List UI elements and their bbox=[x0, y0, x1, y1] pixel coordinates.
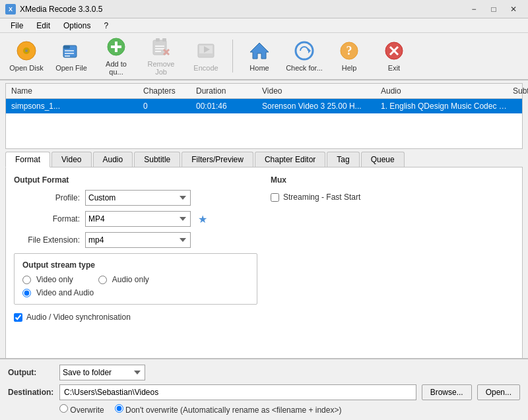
add-queue-button[interactable]: Add to qu... bbox=[95, 36, 137, 76]
encode-button[interactable]: Encode bbox=[185, 36, 227, 76]
no-overwrite-radio[interactable] bbox=[115, 404, 123, 413]
open-file-label: Open File bbox=[55, 64, 87, 72]
tab-tag[interactable]: Tag bbox=[327, 152, 359, 167]
remove-job-icon bbox=[150, 36, 172, 57]
open-file-button[interactable]: Open File bbox=[50, 36, 92, 76]
file-ext-row: File Extension: mp4 bbox=[14, 232, 257, 248]
check-for-label: Check for... bbox=[286, 64, 323, 72]
svg-marker-22 bbox=[250, 43, 269, 59]
svg-text:?: ? bbox=[346, 44, 352, 57]
av-sync-row: Audio / Video synchronisation bbox=[14, 313, 257, 322]
menu-options[interactable]: Options bbox=[58, 20, 96, 32]
tab-subtitle[interactable]: Subtitle bbox=[134, 152, 180, 167]
home-label: Home bbox=[249, 64, 269, 72]
video-only-radio[interactable] bbox=[22, 276, 31, 284]
tabs-row: Format Video Audio Subtitle Filters/Prev… bbox=[5, 152, 523, 167]
remove-job-label: Remove Job bbox=[143, 60, 180, 76]
open-disk-button[interactable]: Open Disk bbox=[5, 36, 48, 76]
video-audio-radio[interactable] bbox=[22, 289, 31, 297]
help-label: Help bbox=[342, 64, 357, 72]
svg-rect-14 bbox=[155, 45, 164, 47]
encode-icon bbox=[195, 40, 216, 61]
svg-rect-7 bbox=[65, 55, 70, 57]
file-ext-select[interactable]: mp4 bbox=[85, 232, 191, 248]
menu-help[interactable]: ? bbox=[98, 20, 114, 32]
file-list-container: Name Chapters Duration Video Audio Subti… bbox=[5, 83, 523, 149]
col-header-subtitle: Subtitle bbox=[510, 86, 528, 96]
profile-select[interactable]: Custom bbox=[85, 190, 191, 206]
tab-filters-preview[interactable]: Filters/Preview bbox=[182, 152, 253, 167]
destination-input[interactable] bbox=[59, 384, 416, 400]
tab-chapter-editor[interactable]: Chapter Editor bbox=[255, 152, 325, 167]
av-sync-label: Audio / Video synchronisation bbox=[26, 313, 131, 322]
tab-audio[interactable]: Audio bbox=[93, 152, 133, 167]
tab-format[interactable]: Format bbox=[5, 152, 50, 167]
video-only-label: Video only bbox=[36, 275, 73, 284]
minimize-button[interactable]: − bbox=[465, 3, 483, 16]
col-header-name: Name bbox=[9, 86, 141, 96]
toolbar: Open Disk Open File Add to qu... bbox=[0, 33, 528, 80]
check-for-button[interactable]: Check for... bbox=[283, 36, 325, 76]
encode-label: Encode bbox=[193, 64, 218, 72]
home-icon bbox=[249, 40, 270, 61]
overwrite-radio[interactable] bbox=[59, 404, 68, 413]
tabs-container: Format Video Audio Subtitle Filters/Prev… bbox=[5, 152, 523, 378]
help-button[interactable]: ? Help bbox=[328, 36, 370, 76]
col-header-chapters: Chapters bbox=[141, 86, 193, 96]
audio-only-radio[interactable] bbox=[98, 276, 107, 284]
output-row: Output: Save to folder bbox=[8, 365, 520, 380]
output-format-title: Output Format bbox=[14, 175, 257, 185]
table-row[interactable]: simpsons_1... 0 00:01:46 Sorenson Video … bbox=[6, 99, 522, 113]
video-audio-label: Video and Audio bbox=[36, 288, 94, 297]
file-ext-label: File Extension: bbox=[14, 235, 80, 245]
close-button[interactable]: ✕ bbox=[504, 3, 523, 16]
star-button[interactable]: ★ bbox=[196, 212, 209, 225]
open-file-icon bbox=[61, 40, 82, 61]
stream-type-box: Output stream type Video only Audio only… bbox=[14, 253, 257, 305]
no-overwrite-option: Don't overwrite (Automatically rename as… bbox=[115, 404, 342, 415]
add-queue-label: Add to qu... bbox=[98, 60, 135, 76]
tab-queue[interactable]: Queue bbox=[361, 152, 405, 167]
overwrite-row: Overwrite Don't overwrite (Automatically… bbox=[8, 404, 520, 415]
format-row: Format: MP4 ★ bbox=[14, 211, 257, 227]
exit-button[interactable]: Exit bbox=[373, 36, 415, 76]
col-header-duration: Duration bbox=[193, 86, 259, 96]
exit-icon bbox=[383, 40, 405, 61]
mux-title: Mux bbox=[271, 175, 514, 185]
svg-rect-12 bbox=[156, 38, 160, 42]
tab-video[interactable]: Video bbox=[51, 152, 91, 167]
output-select[interactable]: Save to folder bbox=[59, 365, 145, 380]
tab-content: Output Format Profile: Custom Format: MP… bbox=[5, 167, 523, 378]
av-sync-checkbox[interactable] bbox=[14, 313, 22, 322]
svg-rect-15 bbox=[155, 48, 164, 49]
profile-row: Profile: Custom bbox=[14, 190, 257, 206]
format-label: Format: bbox=[14, 214, 80, 224]
streaming-label: Streaming - Fast Start bbox=[283, 193, 360, 202]
no-overwrite-label: Don't overwrite (Automatically rename as… bbox=[125, 405, 341, 415]
cell-chapters: 0 bbox=[141, 101, 193, 111]
cell-subtitle bbox=[510, 101, 528, 111]
cell-duration: 00:01:46 bbox=[193, 101, 259, 111]
open-button[interactable]: Open... bbox=[477, 384, 520, 400]
maximize-button[interactable]: □ bbox=[484, 3, 503, 16]
svg-rect-11 bbox=[153, 40, 166, 55]
stream-type-title: Output stream type bbox=[22, 260, 249, 270]
open-disk-icon bbox=[16, 40, 37, 61]
svg-rect-5 bbox=[65, 50, 74, 51]
remove-job-button[interactable]: Remove Job bbox=[140, 36, 182, 76]
add-queue-icon bbox=[106, 36, 127, 57]
format-main-content: Output Format Profile: Custom Format: MP… bbox=[14, 175, 514, 322]
check-for-icon bbox=[294, 40, 315, 61]
browse-button[interactable]: Browse... bbox=[422, 384, 472, 400]
menu-edit[interactable]: Edit bbox=[31, 20, 55, 32]
open-disk-label: Open Disk bbox=[9, 64, 43, 72]
streaming-checkbox[interactable] bbox=[271, 193, 279, 202]
title-bar-left: X XMedia Recode 3.3.0.5 bbox=[5, 4, 102, 15]
menu-file[interactable]: File bbox=[5, 20, 28, 32]
col-header-video: Video bbox=[259, 86, 378, 96]
video-only-row: Video only Audio only bbox=[22, 275, 249, 284]
home-button[interactable]: Home bbox=[238, 36, 280, 76]
window-title: XMedia Recode 3.3.0.5 bbox=[20, 5, 102, 14]
format-select[interactable]: MP4 bbox=[85, 211, 191, 227]
svg-rect-10 bbox=[111, 45, 121, 48]
